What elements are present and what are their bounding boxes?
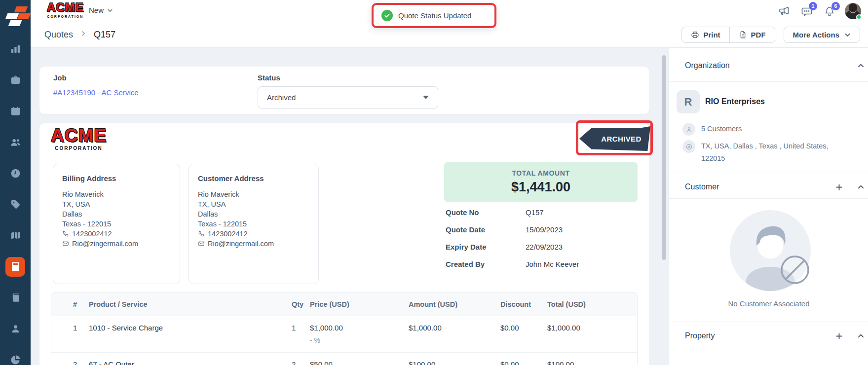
new-menu-button[interactable]: New xyxy=(89,6,113,14)
messages-button[interactable]: 1 xyxy=(799,4,814,19)
status-value: Archived xyxy=(267,93,296,102)
add-customer-button[interactable] xyxy=(834,182,844,192)
cell-amount: $1,000.00 xyxy=(409,324,500,332)
cell-discount: $0.00 xyxy=(500,360,547,365)
organization-name: RIO Enterprises xyxy=(705,97,765,106)
chevron-down-icon xyxy=(844,32,851,38)
cell-qty: 1 xyxy=(292,324,310,332)
breadcrumb-current: Q157 xyxy=(94,30,115,40)
address-line: Rio Maverick xyxy=(62,189,171,199)
plus-icon xyxy=(835,183,843,191)
announcements-button[interactable] xyxy=(777,4,792,19)
sidebar-item-profile[interactable] xyxy=(0,313,31,344)
col-price: Price (USD) xyxy=(310,300,409,308)
cell-number: 2 xyxy=(73,360,89,365)
billing-address-card: Billing Address Rio Maverick TX, USA Dal… xyxy=(53,164,180,284)
email-row: Rio@zingermail.com xyxy=(62,239,171,249)
print-button[interactable]: Print xyxy=(682,27,729,42)
sidebar-item-quotes[interactable] xyxy=(0,251,31,282)
dropdown-caret-icon xyxy=(423,96,429,99)
sidebar-item-schedule[interactable] xyxy=(0,96,31,127)
brand-line1: ACME xyxy=(47,1,84,13)
phone-row: 1423002412 xyxy=(198,229,309,239)
customers-count: 5 Customers xyxy=(701,123,742,135)
organization-address-row: TX, USA, Dallas , Texas , United States,… xyxy=(682,140,829,165)
sidebar-item-pricing[interactable] xyxy=(0,189,31,220)
table-header: # Product / Service Qty Price (USD) Amou… xyxy=(51,292,637,316)
divider xyxy=(250,72,250,110)
sidebar-item-timesheets[interactable] xyxy=(0,158,31,189)
collapse-organization-button[interactable] xyxy=(856,61,866,71)
meta-row: Quote No Q157 xyxy=(446,208,643,225)
notifications-button[interactable]: 6 xyxy=(822,4,837,19)
megaphone-icon xyxy=(778,5,790,17)
sidebar-item-team[interactable] xyxy=(0,127,31,158)
envelope-icon xyxy=(198,240,205,247)
team-icon xyxy=(10,137,21,148)
organization-title: Organization xyxy=(685,61,730,70)
status-dropdown[interactable]: Archived xyxy=(258,86,438,109)
person-circle-icon xyxy=(682,123,695,136)
sidebar-item-analytics[interactable] xyxy=(0,34,31,65)
divider xyxy=(669,348,868,348)
divider xyxy=(669,81,868,82)
more-actions-button[interactable]: More Actions xyxy=(784,27,860,43)
add-property-button[interactable] xyxy=(834,331,844,341)
collapse-property-button[interactable] xyxy=(856,331,866,341)
brand-line1: ACME xyxy=(51,126,107,145)
page-actions: Print PDF More Actions xyxy=(681,27,860,43)
job-link[interactable]: #A12345190 - AC Service xyxy=(53,88,139,97)
email-address: Rio@zingermail.com xyxy=(72,239,138,249)
col-amount: Amount (USD) xyxy=(409,300,500,308)
sidebar-item-documents[interactable] xyxy=(0,282,31,313)
vertical-scrollbar[interactable] xyxy=(662,55,666,260)
cell-discount: $0.00 xyxy=(500,324,547,332)
customer-address-title: Customer Address xyxy=(198,174,309,182)
total-amount-label: TOTAL AMOUNT xyxy=(512,169,569,177)
toast-notification: Quote Status Updated xyxy=(374,10,471,21)
phone-icon xyxy=(62,230,69,237)
chevron-right-icon xyxy=(80,30,87,39)
address-line: Dallas xyxy=(198,209,309,219)
meta-value: 15/09/2023 xyxy=(526,225,563,234)
address-line: Dallas xyxy=(62,209,171,219)
property-header: Property xyxy=(669,323,868,350)
more-actions-label: More Actions xyxy=(793,31,839,39)
line-items-table: # Product / Service Qty Price (USD) Amou… xyxy=(51,292,638,365)
sidebar-item-jobs[interactable] xyxy=(0,65,31,96)
job-label: Job xyxy=(53,73,67,82)
pdf-label: PDF xyxy=(751,31,766,39)
col-qty: Qty xyxy=(292,300,310,308)
printer-icon xyxy=(691,31,699,39)
person-icon xyxy=(10,323,21,334)
cell-number: 1 xyxy=(73,324,89,332)
plus-icon xyxy=(835,332,843,340)
pdf-button[interactable]: PDF xyxy=(729,27,775,42)
quote-meta: Quote No Q157 Quote Date 15/09/2023 Expi… xyxy=(446,208,643,277)
sidebar-nav xyxy=(0,34,31,365)
phone-number: 1423002412 xyxy=(208,229,248,239)
sidebar-item-map[interactable] xyxy=(0,220,31,251)
toast-annotation-box: Quote Status Updated xyxy=(372,3,496,28)
billing-address-title: Billing Address xyxy=(62,174,171,182)
address-line: TX, USA xyxy=(198,199,309,209)
organization-header: Organization xyxy=(669,53,868,79)
file-icon xyxy=(739,31,747,39)
print-pdf-group: Print PDF xyxy=(681,27,775,43)
location-pin-icon xyxy=(682,140,695,153)
zuper-logo[interactable] xyxy=(3,3,28,29)
cell-total: $100.00 xyxy=(547,360,637,365)
sidebar-item-reports[interactable] xyxy=(0,344,31,365)
main-content: Job #A12345190 - AC Service Status Archi… xyxy=(31,48,669,365)
organization-address: TX, USA, Dallas , Texas , United States,… xyxy=(701,140,829,165)
pie-chart-icon xyxy=(10,354,21,365)
breadcrumb-quotes[interactable]: Quotes xyxy=(44,30,73,40)
brand-line2: CORPORATION xyxy=(47,15,84,18)
meta-row: Expiry Date 22/09/2023 xyxy=(446,243,643,260)
user-avatar[interactable] xyxy=(845,3,861,19)
meta-label: Expiry Date xyxy=(446,243,526,251)
price-discount-sub: - % xyxy=(310,336,409,344)
collapse-customer-button[interactable] xyxy=(856,182,866,192)
breadcrumb: Quotes Q157 xyxy=(44,21,115,48)
right-panel: Organization R RIO Enterprises 5 Custome… xyxy=(669,48,868,365)
